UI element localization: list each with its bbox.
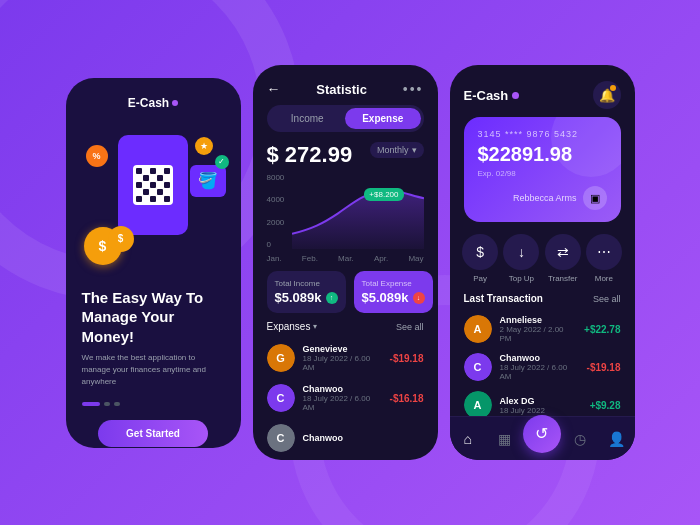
x-label-jan: Jan. [267, 254, 282, 263]
p2-header: ← Statistic ••• [253, 65, 438, 105]
p3-action-topup[interactable]: ↓ Top Up [503, 234, 539, 283]
x-label-mar: Mar. [338, 254, 354, 263]
expense-label: Total Expense [362, 279, 425, 288]
p3-last-tx-header: Last Transaction See all [450, 293, 635, 310]
more-label: More [595, 274, 613, 283]
p2-chart: 8000 4000 2000 0 +$8.200 [267, 173, 424, 263]
nav-profile[interactable]: 👤 [598, 421, 634, 457]
p1-header: E-Cash [66, 78, 241, 115]
p2-tx-amount-2: -$16.18 [390, 393, 424, 404]
percent-badge: % [86, 145, 108, 167]
y-label-8000: 8000 [267, 173, 285, 182]
transfer-icon: ⇄ [545, 234, 581, 270]
p3-bottom-nav: ⌂ ▦ ↺ ◷ 👤 [450, 416, 635, 460]
income-trend-icon: ↑ [326, 292, 338, 304]
p2-see-all[interactable]: See all [396, 322, 424, 332]
p3-transaction-2[interactable]: C Chanwoo 18 July 2022 / 6.00 AM -$19.18 [450, 348, 635, 386]
tab-income[interactable]: Income [270, 108, 346, 129]
p2-tx-name-3: Chanwoo [303, 433, 424, 443]
p3-card-number: 3145 **** 9876 5432 [478, 129, 607, 139]
nav-chart[interactable]: ▦ [486, 421, 522, 457]
p3-action-more[interactable]: ⋯ More [586, 234, 622, 283]
phone-statistic: ← Statistic ••• Income Expense $ 272.99 … [253, 65, 438, 460]
chart-x-labels: Jan. Feb. Mar. Apr. May [267, 254, 424, 263]
x-label-may: May [408, 254, 423, 263]
p3-logo-dot [512, 92, 519, 99]
nav-wallet[interactable]: ◷ [562, 421, 598, 457]
p1-dot-1 [82, 402, 100, 406]
p3-transaction-1[interactable]: A Anneliese 2 May 2022 / 2.00 PM +$22.78 [450, 310, 635, 348]
p3-see-all[interactable]: See all [593, 294, 621, 304]
p3-card-name: Rebbecca Arms [513, 193, 577, 203]
chart-area: +$8.200 [292, 173, 424, 249]
expense-value: $5.089k ↓ [362, 290, 425, 305]
p1-title: The Easy Way To Manage Your Money! [82, 288, 225, 347]
p2-tx-amount-1: -$19.18 [390, 353, 424, 364]
p3-tx-info-1: Anneliese 2 May 2022 / 2.00 PM [500, 315, 577, 343]
y-label-0: 0 [267, 240, 285, 249]
tab-expense[interactable]: Expense [345, 108, 421, 129]
p3-tx-amount-2: -$19.18 [587, 362, 621, 373]
p2-transaction-2[interactable]: C Chanwoo 18 July 2022 / 6.00 AM -$16.18 [253, 378, 438, 418]
back-button[interactable]: ← [267, 81, 281, 97]
p2-stat-expense: Total Expense $5.089k ↓ [354, 271, 433, 313]
transfer-label: Transfer [548, 274, 578, 283]
p2-tx-info-1: Genevieve 18 July 2022 / 6.00 AM [303, 344, 382, 372]
topup-icon: ↓ [503, 234, 539, 270]
nav-fab[interactable]: ↺ [523, 415, 561, 453]
expenses-dropdown[interactable]: Expanses ▾ [267, 321, 318, 332]
x-label-apr: Apr. [374, 254, 388, 263]
chart-y-axis: 8000 4000 2000 0 [267, 173, 285, 249]
p3-avatar-alexdg: A [464, 391, 492, 419]
p2-avatar-genevieve: G [267, 344, 295, 372]
p2-tx-info-2: Chanwoo 18 July 2022 / 6.00 AM [303, 384, 382, 412]
p2-more-button[interactable]: ••• [403, 81, 424, 97]
p1-dot-2 [104, 402, 110, 406]
p3-card-holder: Rebbecca Arms ▣ [478, 186, 607, 210]
y-label-4000: 4000 [267, 195, 285, 204]
p1-logo-dot [172, 100, 178, 106]
p3-avatar-chanwoo: C [464, 353, 492, 381]
p3-notification-dot [610, 85, 616, 91]
phone-onboarding: E-Cash % ★ 🪣 ✓ $ $ The Easy [66, 78, 241, 448]
p3-tx-date-3: 18 July 2022 [500, 406, 582, 415]
p2-transaction-1[interactable]: G Genevieve 18 July 2022 / 6.00 AM -$19.… [253, 338, 438, 378]
p3-actions: $ Pay ↓ Top Up ⇄ Transfer ⋯ More [450, 234, 635, 293]
p2-avatar-chanwoo2: C [267, 424, 295, 452]
get-started-button[interactable]: Get Started [98, 420, 208, 447]
p2-tx-name-1: Genevieve [303, 344, 382, 354]
p1-logo-text: E-Cash [128, 96, 169, 110]
p3-credit-card: 3145 **** 9876 5432 $22891.98 Exp. 02/98… [464, 117, 621, 222]
p3-card-expiry: Exp. 02/98 [478, 169, 607, 178]
p1-progress-dots [82, 402, 225, 406]
p3-action-pay[interactable]: $ Pay [462, 234, 498, 283]
qr-code [133, 165, 173, 205]
p1-dot-3 [114, 402, 120, 406]
p3-logo: E-Cash [464, 88, 520, 103]
chart-svg [292, 173, 424, 249]
p3-action-transfer[interactable]: ⇄ Transfer [545, 234, 581, 283]
p1-content: The Easy Way To Manage Your Money! We ma… [66, 280, 241, 448]
p3-bell-button[interactable]: 🔔 [593, 81, 621, 109]
topup-label: Top Up [509, 274, 534, 283]
p3-tx-info-2: Chanwoo 18 July 2022 / 6.00 AM [500, 353, 579, 381]
phone-dashboard: E-Cash 🔔 3145 **** 9876 5432 $22891.98 E… [450, 65, 635, 460]
p3-tx-amount-3: +$9.28 [590, 400, 621, 411]
p2-tx-name-2: Chanwoo [303, 384, 382, 394]
y-label-2000: 2000 [267, 218, 285, 227]
p2-tabs: Income Expense [267, 105, 424, 132]
check-badge: ✓ [215, 155, 229, 169]
p2-expenses-header: Expanses ▾ See all [253, 321, 438, 338]
chart-tooltip: +$8.200 [364, 188, 403, 201]
nav-home[interactable]: ⌂ [450, 421, 486, 457]
bucket-icon: 🪣 [190, 165, 226, 197]
p2-stats: Total Income $5.089k ↑ Total Expense $5.… [267, 271, 424, 313]
p2-avatar-chanwoo: C [267, 384, 295, 412]
more-icon: ⋯ [586, 234, 622, 270]
x-label-feb: Feb. [302, 254, 318, 263]
p2-tx-date-1: 18 July 2022 / 6.00 AM [303, 354, 382, 372]
p1-phone-inner [118, 135, 188, 235]
p2-period-selector[interactable]: Monthly ▾ [370, 142, 424, 158]
p3-card-amount: $22891.98 [478, 143, 607, 166]
p2-transaction-3[interactable]: C Chanwoo [253, 418, 438, 458]
